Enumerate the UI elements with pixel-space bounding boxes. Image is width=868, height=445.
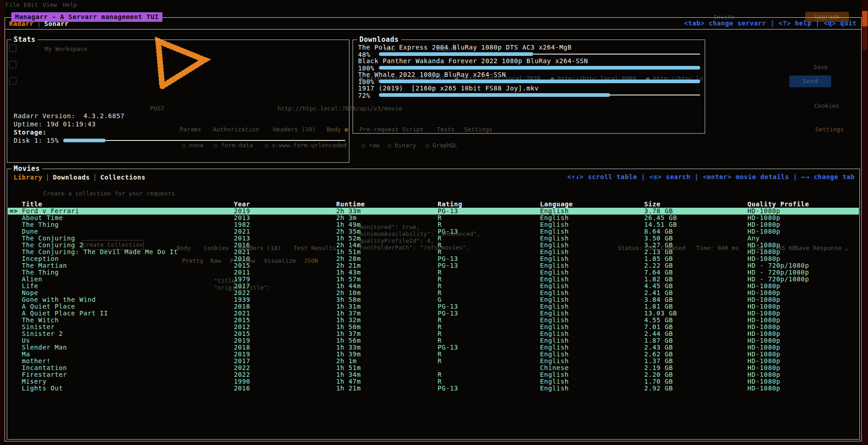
stats-panel-title: Stats <box>11 35 38 44</box>
table-row[interactable]: The Thing19821h 49m REnglish14.51 GB HD-… <box>8 221 859 228</box>
download-progress-gauge <box>379 66 700 70</box>
tab-row-divider <box>5 29 861 30</box>
table-row[interactable]: Ma20191h 39m REnglish2.62 GB HD-1080p <box>8 351 859 358</box>
table-header-row: TitleYearRuntime RatingLanguageSize Qual… <box>8 201 859 208</box>
tab-separator <box>47 174 48 181</box>
table-row[interactable]: Lights Out20161h 21m PG-13English2.92 GB… <box>8 385 859 392</box>
top-keybind-hints: <tab> change servarr | <?> help | <q> qu… <box>684 20 857 27</box>
table-row[interactable]: Sinister 220151h 37m REnglish2.44 GB HD-… <box>8 330 859 337</box>
downloads-list: The Polar Express 2004 BluRay 1080p DTS … <box>358 44 701 99</box>
download-progress-gauge <box>379 80 700 84</box>
table-row[interactable]: The Thing20111h 43m REnglish7.64 GB HD -… <box>8 269 859 276</box>
table-row[interactable]: The Conjuring 220162h 14m REnglish3.27 G… <box>8 242 859 249</box>
table-row[interactable]: Misery19901h 47m REnglish1.70 GB HD-1080… <box>8 378 859 385</box>
table-row[interactable]: Life20171h 44m REnglish4.45 GB HD-1080p <box>8 283 859 290</box>
table-row[interactable]: The Conjuring20131h 52m REnglish3.50 GB … <box>8 235 859 242</box>
radarr-version-line: Radarr Version:4.3.2.6857 <box>14 112 346 120</box>
table-row[interactable]: Dune20212h 35m PG-13English8.64 GB HD-10… <box>8 228 859 235</box>
servarr-tab-bar: Radarr Sonarr <box>9 20 69 28</box>
tab-separator <box>39 20 39 27</box>
stats-panel: Stats Radarr Version:4.3.2.6857 Uptime: … <box>7 40 349 163</box>
table-row[interactable]: Gone with the Wind19393h 58m GEnglish3.8… <box>8 296 859 303</box>
background-ghost-text: Edit <box>24 1 38 8</box>
download-title: 1917 (2019) [2160p x265 10bit FS88 Joy].… <box>358 85 701 92</box>
table-row-selected[interactable]: => Ford v Ferrari20192h 33m PG-13English… <box>8 208 859 215</box>
table-row[interactable]: A Quiet Place20181h 31m PG-13English1.81… <box>8 303 859 310</box>
managarr-app-window: Managarr - A Servarr management TUI Rada… <box>5 17 862 441</box>
movies-keybind-hints: <↑↓> scroll table | <s> search | <enter>… <box>567 173 855 180</box>
table-row[interactable]: Firestarter20221h 34m REnglish2.20 GB HD… <box>8 371 859 378</box>
download-item[interactable]: The Polar Express 2004 BluRay 1080p DTS … <box>358 44 701 58</box>
downloads-panel-title: Downloads <box>357 35 401 44</box>
stats-content: Radarr Version:4.3.2.6857 Uptime: 19d 01… <box>14 112 346 145</box>
table-row[interactable]: About Time20132h 3m REnglish26.45 GB HD-… <box>8 215 859 221</box>
table-row[interactable]: Nope20222h 10m REnglish2.41 GB HD-1080p <box>8 290 859 296</box>
storage-label: Storage: <box>14 128 346 136</box>
background-ghost-text: File <box>5 1 20 8</box>
movies-panel: Movies Library Downloads Collections <↑↓… <box>7 169 860 440</box>
managarr-terminal-screen: FileEditViewHelpMy WorkspaceNewImport● h… <box>0 0 868 445</box>
table-row[interactable]: Alien19791h 57m REnglish1.82 GB HD - 720… <box>8 276 859 283</box>
servarr-tab-radarr[interactable]: Radarr <box>9 20 34 27</box>
download-progress-gauge <box>379 93 700 97</box>
download-percent: 72% <box>358 92 374 99</box>
table-row[interactable]: The Martian20152h 21m PG-13English2.22 G… <box>8 262 859 269</box>
movies-panel-title: Movies <box>11 165 42 173</box>
download-progress-row: 100% <box>358 65 701 71</box>
background-ghost-text: View <box>43 1 57 8</box>
download-progress-row: 100% <box>358 78 701 85</box>
download-title: The Polar Express 2004 BluRay 1080p DTS … <box>358 44 701 51</box>
disk-usage-line: Disk 1: 15% <box>14 136 346 145</box>
table-row[interactable]: The Witch20151h 32m REnglish4.55 GB HD-1… <box>8 317 859 324</box>
uptime-line: Uptime: 19d 01:19:43 <box>14 120 346 128</box>
download-item[interactable]: The Whale 2022 1080p BluRay x264-SSN 100… <box>358 71 701 85</box>
table-row[interactable]: Slender Man20181h 33m PG-13English2.43 G… <box>8 344 859 351</box>
download-progress-row: 72% <box>358 92 701 99</box>
movies-tab-library[interactable]: Library <box>14 174 42 181</box>
download-progress-gauge <box>379 52 700 56</box>
table-row[interactable]: The Conjuring: The Devil Made Me Do It20… <box>8 249 859 255</box>
downloads-panel: Downloads The Polar Express 2004 BluRay … <box>353 40 705 134</box>
background-ghost-text: Help <box>63 1 77 8</box>
tab-separator <box>95 174 95 181</box>
disk-usage-gauge <box>63 139 345 143</box>
table-row[interactable]: mother!20172h 1m REnglish1.37 GB HD-1080… <box>8 358 859 365</box>
download-title: Black Panther Wakanda Forever 2022 1080p… <box>358 58 701 65</box>
table-row[interactable]: Sinister20121h 50m REnglish7.01 GB HD-10… <box>8 324 859 330</box>
movies-tab-collections[interactable]: Collections <box>100 174 145 181</box>
table-row[interactable]: Inception20102h 28m PG-13English1.85 GB … <box>8 255 859 262</box>
movies-table: TitleYearRuntime RatingLanguageSize Qual… <box>8 201 859 392</box>
table-row[interactable]: Us20191h 56m REnglish1.87 GB HD-1080p <box>8 337 859 344</box>
table-row[interactable]: A Quiet Place Part II20211h 37m PG-13Eng… <box>8 310 859 317</box>
movies-tab-bar: Library Downloads Collections <box>14 173 146 181</box>
download-item[interactable]: 1917 (2019) [2160p x265 10bit FS88 Joy].… <box>358 85 701 99</box>
movies-tab-downloads[interactable]: Downloads <box>53 174 90 181</box>
download-item[interactable]: Black Panther Wakanda Forever 2022 1080p… <box>358 58 701 71</box>
servarr-tab-sonarr[interactable]: Sonarr <box>44 20 69 27</box>
download-progress-row: 48% <box>358 51 701 58</box>
table-row[interactable]: Incantation20221h 51m Chinese2.19 GB HD-… <box>8 365 859 371</box>
download-title: The Whale 2022 1080p BluRay x264-SSN <box>358 71 701 78</box>
